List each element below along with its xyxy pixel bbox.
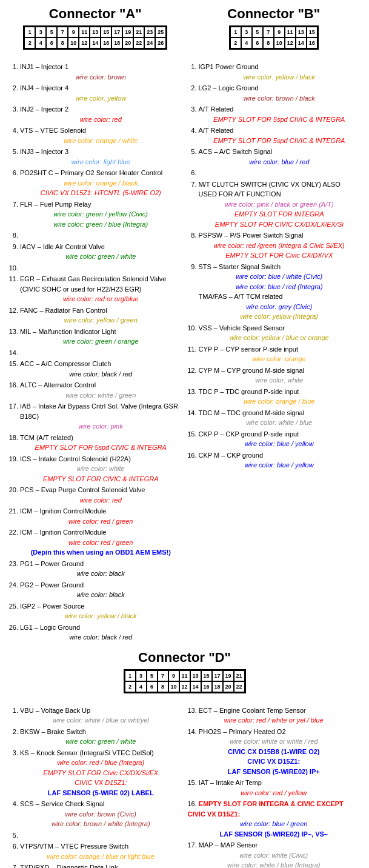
item-label: ECT – Engine Coolant Temp Sensor <box>199 707 306 714</box>
item-label: INJ2 – Injector 2 <box>20 105 68 113</box>
pin-cell: 8 <box>263 38 274 48</box>
list-item: M/T CLUTCH SWITCH (CIVIC VX ONLY) ALSO U… <box>199 179 361 230</box>
item-label: TXD/RXD – Diagnostic Data Link <box>20 864 118 868</box>
wire-color-2: wire color: blue / red (Integra) <box>199 282 361 292</box>
item-label: KS – Knock Sensor (Integra/Si VTEC DelSo… <box>20 749 154 756</box>
pin-cell: 13 <box>90 27 101 38</box>
list-item: ICM – Ignition ControlModulewire color: … <box>20 527 182 558</box>
item-label: EMPTY SLOT FOR INTEGRA & CIVIC EXCEPT CI… <box>188 800 344 818</box>
item-label: PO2SHT C – Primary O2 Sensor Heater Cont… <box>20 169 162 176</box>
item-label: INJ4 – Injector 4 <box>20 84 68 92</box>
extra-note-red: CIVIC VX D15Z1: HTCNTL (5-WIRE O2) <box>20 188 182 198</box>
pin-cell: 20 <box>223 681 234 692</box>
pin-cell: 5 <box>46 27 57 38</box>
pin-cell: 14 <box>296 38 307 48</box>
wire-color: wire color: brown <box>20 72 182 82</box>
item-label: MAP – MAP Sensor <box>199 841 258 849</box>
pin-cell: 10 <box>168 681 179 692</box>
wire-color: wire color: yellow / blue or orange <box>199 333 361 343</box>
pin-cell: 13 <box>190 670 201 681</box>
list-item: LG2 – Logic Groundwire color: brown / bl… <box>199 83 361 103</box>
item-label: PG1 – Power Ground <box>20 560 84 567</box>
list-item: CKP M – CKP groundwire color: blue / yel… <box>199 450 361 470</box>
list-item: ACC – A/C Compressor Clutchwire color: b… <box>20 359 182 379</box>
pin-cell: 10 <box>68 38 79 48</box>
connector-b-section: Connector "B" 13579111315 246810121416 I… <box>188 6 361 644</box>
wire-color-2: wire color: brown / white (Integra) <box>20 819 182 829</box>
item-label: ICM – Ignition ControlModule <box>20 529 106 536</box>
wire-color: wire color: pink / black or green (A/T) <box>199 199 361 210</box>
pin-cell: 5 <box>252 27 263 38</box>
list-item: IGP1 Power Groundwire color: yellow / bl… <box>199 62 361 82</box>
list-item: ACS – A/C Switch Signalwire color: blue … <box>199 147 361 167</box>
connector-a-section: Connector "A" 135791113151719212325 2468… <box>9 6 182 644</box>
connector-d-list-left: VBU – Voltage Back Upwire color: white /… <box>9 706 182 869</box>
list-item: TXD/RXD – Diagnostic Data Linkwire color… <box>20 863 182 868</box>
connector-b-title: Connector "B" <box>188 6 361 22</box>
connector-b-pins: 13579111315 246810121416 <box>188 25 361 56</box>
connector-b-list: IGP1 Power Groundwire color: yellow / bl… <box>188 62 361 470</box>
list-item: INJ3 – Injector 3wire color: light blue <box>20 147 182 167</box>
item-label: VSS – Vehicle Speed Sensor <box>199 324 285 332</box>
list-item: ICM – Ignition ControlModulewire color: … <box>20 506 182 526</box>
item-label: LG2 – Logic Ground <box>199 84 259 92</box>
wire-color: wire color: pink <box>20 421 182 432</box>
extra-note-blue2: CIVIC VX D15Z1: <box>188 756 361 767</box>
pin-cell: 7 <box>57 27 68 38</box>
connector-d-lists: VBU – Voltage Back Upwire color: white /… <box>9 706 360 869</box>
list-item: PO2SHT C – Primary O2 Sensor Heater Cont… <box>20 168 182 198</box>
pin-cell: 4 <box>136 681 147 692</box>
list-item: VSS – Vehicle Speed Sensorwire color: ye… <box>199 323 361 343</box>
list-item: EGR – Exhaust Gas Recirculation Solenoid… <box>20 274 182 304</box>
pin-cell: 3 <box>35 27 46 38</box>
list-item: VBU – Voltage Back Upwire color: white /… <box>20 706 182 726</box>
pin-cell: 3 <box>241 27 252 38</box>
pin-cell: 1 <box>125 670 136 681</box>
pin-cell: 2 <box>24 38 35 48</box>
extra-note-red: EMPTY SLOT FOR Civic CX/DX/Si/EX <box>20 768 182 778</box>
wire-color: wire color: red / green <box>20 538 182 548</box>
pin-cell: 17 <box>111 27 122 38</box>
item-label: IAB – Intake Air Bypass Cntrl Sol. Valve… <box>20 402 178 420</box>
pin-cell: 22 <box>234 681 245 692</box>
wire-color: wire color: white <box>20 464 182 474</box>
wire-color-2: wire color: green / blue (Integra) <box>20 219 182 230</box>
item-label: TCM (A/T related) <box>20 434 73 441</box>
list-item: MIL – Malfunction Indicator Lightwire co… <box>20 327 182 347</box>
list-item: BKSW – Brake Switchwire color: green / w… <box>20 727 182 747</box>
wire-color: wire color: red / white or yel / blue <box>188 715 361 726</box>
pin-cell: 24 <box>144 38 155 48</box>
list-item: 13. ECT – Engine Coolant Temp Sensorwire… <box>188 706 361 726</box>
pin-cell: 26 <box>155 38 166 48</box>
item-label: CYP P – CYP sensor P-side input <box>199 346 298 353</box>
wire-color: wire color: yellow / black <box>20 611 182 621</box>
extra-wire: wire color: grey (Civic) <box>199 302 361 312</box>
list-item: PG2 – Power Groundwire color: black <box>20 580 182 600</box>
wire-color: wire color: blue / red <box>199 157 361 167</box>
wire-color: wire color: black / red <box>20 632 182 643</box>
extra-note-blue: (Depin this when using an OBD1 AEM EMS!) <box>20 547 182 558</box>
list-item: ICS – Intake Control Solenoid (H22A)wire… <box>20 454 182 484</box>
item-label: ICS – Intake Control Solenoid (H22A) <box>20 455 131 462</box>
item-label: PCS – Evap Purge Control Solenoid Valve <box>20 486 145 493</box>
extra-note-red: EMPTY SLOT FOR 5spd CIVIC & INTEGRA <box>199 136 361 146</box>
item-num: 17. <box>188 841 199 849</box>
list-item: 14. PHO2S – Primary Heated O2wire color:… <box>188 727 361 777</box>
list-item: FANC – Radiator Fan Controlwire color: y… <box>20 305 182 326</box>
extra-note-red3: EMPTY SLOT FOR CIVIC CX/DX/LX/EX/Si <box>199 219 361 230</box>
list-item: VTS – VTEC Solenoidwire color: orange / … <box>20 125 182 145</box>
extra-note-blue: LAF SENSOR (5-WIRE02) IP–, VS– <box>188 829 361 840</box>
pin-cell: 22 <box>133 38 144 48</box>
item-label: INJ3 – Injector 3 <box>20 148 68 155</box>
wire-color: wire color: white / blue <box>199 418 361 428</box>
item-label: CYP M – CYP ground M-side signal <box>199 367 304 374</box>
pin-cell: 8 <box>158 681 168 692</box>
top-section: Connector "A" 135791113151719212325 2468… <box>9 6 360 644</box>
item-label: TDC P – TDC ground P-side input <box>199 388 299 395</box>
item-label: STS – Starter Signal Switch <box>199 263 281 270</box>
extra-note-red: EMPTY SLOT FOR 5spd CIVIC & INTEGRA <box>199 115 361 125</box>
list-item: SCS – Service Check Signalwire color: br… <box>20 799 182 829</box>
pin-cell: 16 <box>101 38 111 48</box>
list-item <box>199 168 361 178</box>
list-item: TCM (A/T related)EMPTY SLOT FOR 5spd CIV… <box>20 433 182 453</box>
